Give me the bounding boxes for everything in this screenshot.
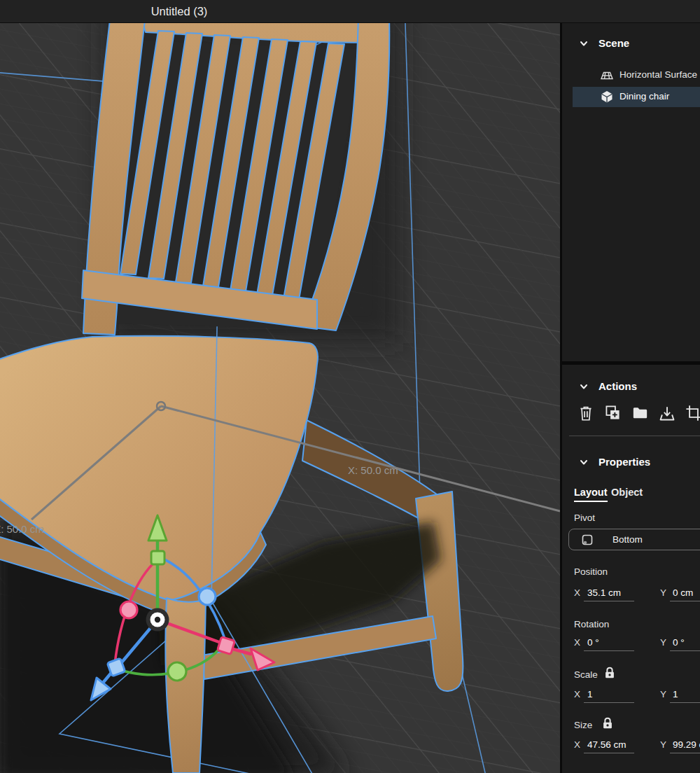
lock-icon[interactable] — [603, 666, 617, 680]
scale-z-handle[interactable] — [107, 658, 125, 676]
field-underline — [584, 702, 634, 703]
trash-icon — [578, 414, 594, 424]
rotate-green-handle[interactable] — [168, 662, 186, 681]
scene-item-dining-chair[interactable]: Dining chair — [573, 87, 700, 107]
pivot-dropdown[interactable]: Bottom — [568, 529, 700, 550]
scale-y-key: Y — [660, 689, 666, 699]
pivot-value: Bottom — [612, 534, 643, 545]
download-tray-icon — [658, 414, 676, 424]
duplicate-button[interactable] — [603, 404, 622, 422]
x-measurement-label: X: 50.0 cm — [348, 464, 398, 476]
field-underline — [670, 702, 700, 703]
size-label: Size — [574, 720, 592, 730]
actions-properties-divider — [569, 436, 700, 436]
horizontal-surface-icon — [599, 68, 615, 83]
scale-x-handle[interactable] — [218, 637, 235, 655]
position-y-key: Y — [660, 587, 666, 598]
send-to-ground-button[interactable] — [658, 404, 676, 422]
lock-icon[interactable] — [601, 716, 615, 730]
properties-section-title: Properties — [598, 456, 650, 468]
rotation-x-key: X — [574, 637, 580, 648]
position-y-field[interactable]: 0 cm — [673, 587, 693, 598]
rotation-y-key: Y — [660, 637, 666, 648]
properties-section-header[interactable]: Properties — [562, 456, 700, 470]
scene-section-title: Scene — [598, 37, 629, 49]
frame-icon — [685, 414, 700, 424]
rotation-label: Rotation — [574, 619, 609, 629]
position-x-key: X — [574, 587, 580, 598]
scale-x-field[interactable]: 1 — [587, 689, 593, 699]
group-button[interactable] — [631, 404, 649, 422]
field-underline — [584, 650, 634, 651]
pivot-label: Pivot — [574, 513, 595, 523]
position-x-field[interactable]: 35.1 cm — [587, 587, 621, 598]
scale-y-handle[interactable] — [151, 551, 164, 564]
chevron-down-icon — [579, 382, 589, 391]
app-window: Untitled (3) — [0, 0, 700, 773]
rotate-blue-handle[interactable] — [199, 588, 216, 605]
field-underline — [670, 601, 700, 601]
position-label: Position — [574, 566, 608, 577]
field-underline — [670, 650, 700, 651]
actions-section-title: Actions — [598, 380, 637, 392]
section-divider — [562, 361, 700, 365]
field-underline — [584, 753, 634, 753]
tab-object[interactable]: Object — [611, 487, 643, 498]
field-underline — [584, 601, 634, 601]
gizmo-center-handle[interactable] — [146, 608, 169, 632]
scene-item-label: Dining chair — [620, 91, 669, 102]
rotate-pink-handle[interactable] — [120, 601, 137, 618]
scale-label: Scale — [574, 669, 598, 680]
size-y-field[interactable]: 99.29 cm — [673, 739, 700, 750]
title-bar: Untitled (3) — [0, 0, 700, 23]
chevron-down-icon — [579, 39, 589, 48]
folder-icon — [631, 413, 649, 424]
rotation-x-field[interactable]: 0 ° — [587, 637, 599, 648]
actions-section-header[interactable]: Actions — [562, 380, 700, 394]
scale-x-key: X — [574, 689, 580, 699]
scene-item-label: Horizontal Surface — [620, 69, 697, 80]
chevron-down-icon — [579, 457, 589, 467]
right-panel: Scene Horizontal Surface Dining chair — [562, 23, 700, 773]
scale-y-field[interactable]: 1 — [673, 689, 678, 699]
size-x-key: X — [574, 739, 580, 750]
frame-button[interactable] — [685, 404, 700, 422]
rotation-y-field[interactable]: 0 ° — [673, 637, 685, 648]
scene-section-header[interactable]: Scene — [562, 37, 700, 51]
delete-button[interactable] — [577, 404, 595, 422]
z-measurement-label: Z: 50.0 cm — [0, 523, 44, 535]
duplicate-icon — [604, 413, 622, 424]
cube-icon — [599, 90, 615, 105]
pivot-bottom-icon — [581, 534, 594, 546]
size-x-field[interactable]: 47.56 cm — [587, 739, 626, 750]
size-y-key: Y — [660, 739, 666, 750]
tab-layout[interactable]: Layout — [574, 487, 608, 502]
scene-item-horizontal-surface[interactable]: Horizontal Surface — [573, 65, 700, 85]
document-title: Untitled (3) — [0, 0, 358, 22]
viewport-3d[interactable]: X: 50.0 cm Z: 50.0 cm — [0, 23, 560, 773]
field-underline — [670, 753, 700, 753]
